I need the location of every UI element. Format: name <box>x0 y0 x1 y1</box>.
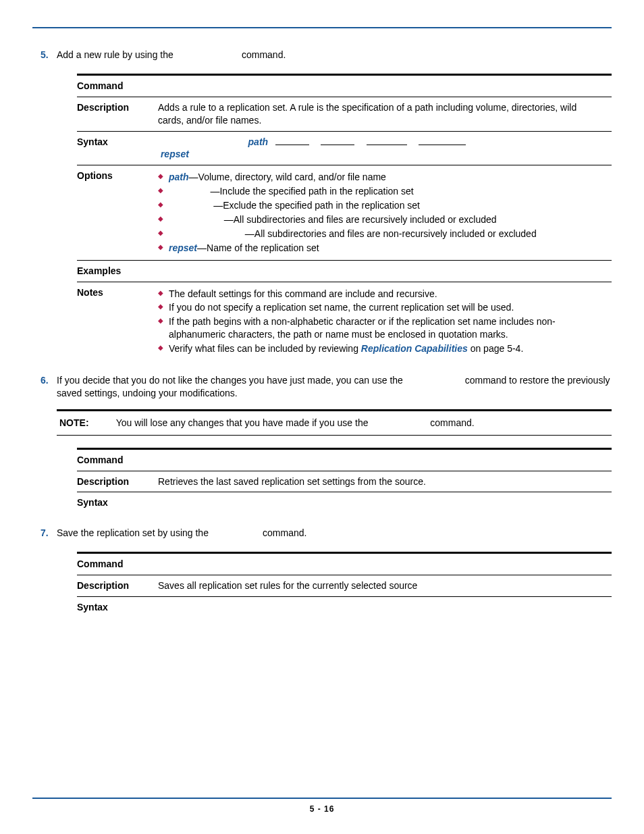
blank <box>419 136 466 145</box>
note-text-pre: You will lose any changes that you have … <box>116 417 371 428</box>
row-label: Description <box>77 471 158 492</box>
cross-ref-link[interactable]: Replication Capabilities <box>361 343 468 354</box>
note-box: NOTE: You will lose any changes that you… <box>57 409 612 436</box>
step-number: 7. <box>41 527 49 540</box>
page-number: 5 - 16 <box>32 804 612 814</box>
step-text-pre: Save the replication set by using the <box>57 527 211 538</box>
command-options: path—Volume, directory, wild card, and/o… <box>158 165 612 260</box>
row-label: Syntax <box>77 597 158 618</box>
bottom-rule <box>32 798 612 799</box>
step-text-pre: If you decide that you do not like the c… <box>57 375 406 386</box>
step-7: 7. Save the replication set by using the… <box>57 527 612 618</box>
row-label: Syntax <box>77 131 158 165</box>
command-description: Adds a rule to a replication set. A rule… <box>158 97 612 131</box>
row-label: Description <box>77 575 158 597</box>
command-example: repset rule add "e:\data" <box>158 265 259 276</box>
command-name: REPSET RULE ADD <box>158 80 246 91</box>
command-table-repset-rule-add: Command REPSET RULE ADD Description Adds… <box>77 74 612 361</box>
top-rule <box>32 27 612 28</box>
command-syntax: REPSET RULE ADD path [ | ] [ | ] [repset… <box>158 131 612 165</box>
step-cmd: repset resync <box>406 375 462 386</box>
note-cmd: repset resync <box>371 417 427 428</box>
step-text-post: command. <box>239 49 286 60</box>
command-name: REPSET SAVE <box>158 558 223 569</box>
note-text-post: command. <box>427 417 474 428</box>
step-text-pre: Add a new rule by using the <box>57 49 176 60</box>
command-name: REPSET RESYNC <box>158 454 238 465</box>
row-label: Options <box>77 165 158 260</box>
blank <box>275 136 309 145</box>
row-label: Description <box>77 97 158 131</box>
row-label: Examples <box>77 260 158 282</box>
row-label: Command <box>77 74 158 97</box>
command-description: Saves all replication set rules for the … <box>158 575 612 597</box>
note-label: NOTE: <box>59 417 113 429</box>
step-6: 6. If you decide that you do not like th… <box>57 374 612 513</box>
command-notes: The default settings for this command ar… <box>158 282 612 361</box>
step-number: 5. <box>41 49 49 61</box>
row-label: Command <box>77 448 158 471</box>
command-table-repset-resync: Command REPSET RESYNC Description Retrie… <box>77 448 612 514</box>
command-syntax: REPSET SAVE <box>158 602 223 613</box>
step-number: 6. <box>41 374 49 387</box>
step-cmd: repset save <box>211 527 260 538</box>
step-text-post: command. <box>260 527 306 538</box>
step-5: 5. Add a new rule by using the repset ru… <box>57 49 612 361</box>
command-syntax: REPSET RESYNC <box>158 497 238 508</box>
command-table-repset-save: Command REPSET SAVE Description Saves al… <box>77 552 612 618</box>
row-label: Syntax <box>77 492 158 513</box>
row-label: Notes <box>77 282 158 361</box>
step-list: 5. Add a new rule by using the repset ru… <box>32 49 612 618</box>
command-description: Retrieves the last saved replication set… <box>158 471 612 492</box>
blank <box>367 136 407 145</box>
row-label: Command <box>77 553 158 575</box>
step-cmd: repset rule add <box>176 49 239 60</box>
page-footer: 5 - 16 <box>32 798 612 814</box>
blank <box>321 136 354 145</box>
